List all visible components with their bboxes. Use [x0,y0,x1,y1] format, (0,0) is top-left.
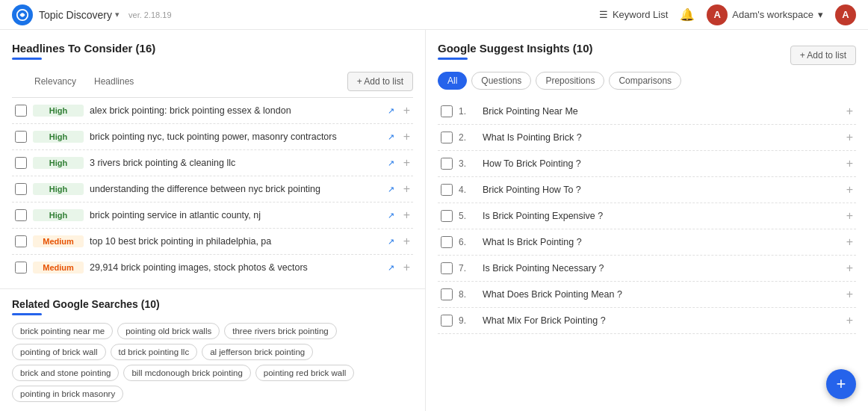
related-tag-4[interactable]: td brick pointing llc [111,344,198,360]
related-tag-1[interactable]: pointing old brick walls [117,323,220,339]
insight-checkbox-7[interactable] [441,288,453,300]
headlines-add-to-list-button[interactable]: + Add to list [347,72,413,91]
keyword-list-button[interactable]: ☰ Keyword List [599,9,668,20]
insight-num-7: 8. [459,289,477,300]
related-tag-0[interactable]: brick pointing near me [12,323,113,339]
title-dropdown-icon[interactable]: ▾ [115,10,120,19]
filter-pill-prepositions[interactable]: Prepositions [536,72,604,90]
table-row: High 3 rivers brick pointing & cleaning … [12,150,413,176]
headline-checkbox-2[interactable] [15,157,27,169]
list-item: 8. What Does Brick Pointing Mean ? + [438,282,856,308]
related-tag-6[interactable]: brick and stone pointing [12,365,119,381]
related-section: Related Google Searches (10) brick point… [0,288,425,411]
insight-checkbox-5[interactable] [441,236,453,248]
insight-add-2[interactable]: + [846,157,853,170]
headline-checkbox-0[interactable] [15,105,27,117]
insight-add-6[interactable]: + [846,262,853,275]
headline-add-6[interactable]: + [403,261,410,274]
headline-text-3: understanding the difference between nyc… [90,184,379,194]
headline-link-1[interactable]: ↗ [388,132,394,142]
insight-add-0[interactable]: + [846,105,853,118]
table-row: High brick pointing service in atlantic … [12,203,413,229]
related-tag-3[interactable]: pointing of brick wall [12,344,106,360]
table-header: Relevancy Headlines + Add to list [12,69,413,98]
header-right: ☰ Keyword List 🔔 A Adam's workspace ▾ A [599,4,856,25]
notifications-icon[interactable]: 🔔 [680,7,695,22]
insight-add-1[interactable]: + [846,131,853,144]
tags-container: brick pointing near mepointing old brick… [12,323,413,402]
insight-num-8: 9. [459,315,477,326]
insight-add-7[interactable]: + [846,288,853,301]
headline-checkbox-4[interactable] [15,209,27,221]
relevancy-badge-5: Medium [33,235,84,247]
headline-checkbox-5[interactable] [15,235,27,247]
insight-num-2: 3. [459,158,477,169]
headline-link-2[interactable]: ↗ [388,158,394,168]
filter-pill-questions[interactable]: Questions [471,72,531,90]
headline-link-5[interactable]: ↗ [388,237,394,247]
insight-num-0: 1. [459,106,477,117]
insight-add-8[interactable]: + [846,314,853,327]
related-tag-5[interactable]: al jefferson brick pointing [202,344,313,360]
insight-checkbox-6[interactable] [441,262,453,274]
insight-text-4: Is Brick Pointing Expensive ? [483,211,840,221]
insight-checkbox-2[interactable] [441,158,453,170]
insight-num-6: 7. [459,263,477,274]
insight-add-3[interactable]: + [846,183,853,197]
headline-link-0[interactable]: ↗ [388,106,394,116]
col-headlines-label: Headlines [94,76,347,87]
headline-add-0[interactable]: + [403,104,410,117]
list-item: 3. How To Brick Pointing ? + [438,151,856,177]
headline-checkbox-3[interactable] [15,183,27,195]
insight-checkbox-3[interactable] [441,184,453,196]
user-avatar[interactable]: A [835,4,856,25]
filter-pill-comparisons[interactable]: Comparisons [609,72,681,90]
insight-text-1: What Is Pointing Brick ? [483,132,840,143]
headline-checkbox-6[interactable] [15,262,27,274]
headline-add-2[interactable]: + [403,156,410,170]
app-logo [12,4,33,25]
headline-text-6: 29,914 brick pointing images, stock phot… [90,262,379,273]
insight-add-4[interactable]: + [846,209,853,223]
insight-text-2: How To Brick Pointing ? [483,158,840,169]
related-tag-7[interactable]: bill mcdonough brick pointing [123,365,250,381]
headline-checkbox-1[interactable] [15,131,27,143]
app-version: ver. 2.18.19 [128,10,172,19]
filter-pill-all[interactable]: All [438,72,467,90]
headline-text-2: 3 rivers brick pointing & cleaning llc [90,158,379,168]
headline-add-4[interactable]: + [403,208,410,222]
relevancy-badge-6: Medium [33,262,84,274]
insight-checkbox-0[interactable] [441,105,453,117]
list-item: 9. What Mix For Brick Pointing ? + [438,308,856,334]
user-avatar-small: A [707,4,728,25]
workspace-button[interactable]: A Adam's workspace ▾ [707,4,823,25]
headline-link-4[interactable]: ↗ [388,211,394,220]
right-panel: Google Suggest Insights (10) + Add to li… [426,30,868,411]
filter-pills: AllQuestionsPrepositionsComparisons [438,72,856,90]
insight-checkbox-8[interactable] [441,315,453,327]
related-tag-9[interactable]: pointing in brick masonry [12,386,123,402]
insight-checkbox-1[interactable] [441,132,453,143]
headline-text-5: top 10 best brick pointing in philadelph… [90,236,379,247]
list-item: 2. What Is Pointing Brick ? + [438,125,856,151]
insight-add-5[interactable]: + [846,235,853,249]
insight-checkbox-4[interactable] [441,210,453,222]
insights-add-to-list-button[interactable]: + Add to list [790,46,856,65]
related-tag-2[interactable]: three rivers brick pointing [224,323,336,339]
list-item: 5. Is Brick Pointing Expensive ? + [438,203,856,229]
headline-add-1[interactable]: + [403,130,410,143]
headline-link-3[interactable]: ↗ [388,185,394,194]
relevancy-badge-0: High [33,105,84,117]
insights-title: Google Suggest Insights (10) [438,42,593,55]
insight-num-4: 5. [459,211,477,221]
headline-add-5[interactable]: + [403,235,410,248]
headline-add-3[interactable]: + [403,182,410,196]
related-tag-8[interactable]: pointing red brick wall [255,365,355,381]
list-item: 4. Brick Pointing How To ? + [438,177,856,203]
headline-link-6[interactable]: ↗ [388,263,394,273]
headline-text-0: alex brick pointing: brick pointing esse… [90,105,379,116]
table-row: High alex brick pointing: brick pointing… [12,98,413,124]
headline-text-4: brick pointing service in atlantic count… [90,210,379,220]
fab-button[interactable]: + [826,369,856,399]
insight-text-5: What Is Brick Pointing ? [483,237,840,247]
